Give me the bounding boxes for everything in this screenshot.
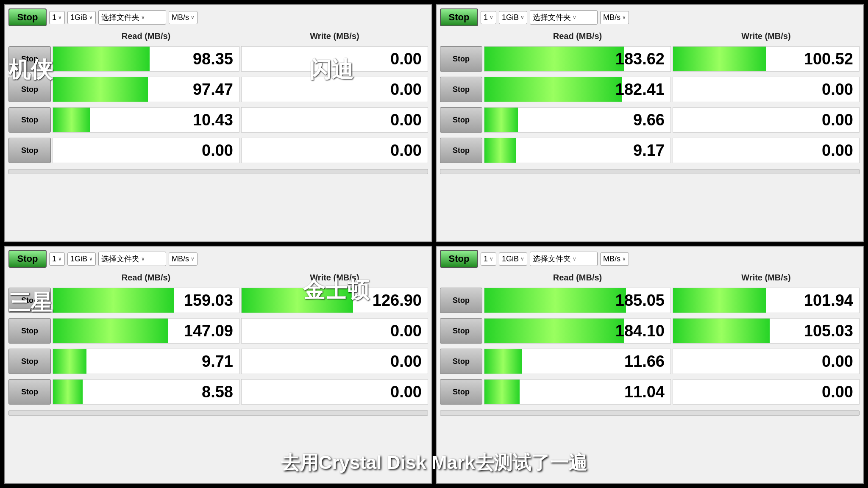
table-row: Stop97.470.00	[8, 75, 428, 104]
progress-bar	[8, 169, 428, 174]
table-row: Stop147.090.00	[8, 316, 428, 345]
table-row: Stop8.580.00	[8, 377, 428, 406]
stop-main-button[interactable]: Stop	[440, 8, 478, 26]
read-value-1: 147.09	[53, 318, 239, 344]
panel-toolbar: Stop11GiB选择文件夹MB/s	[440, 8, 860, 26]
stop-row-button-2[interactable]: Stop	[8, 107, 51, 133]
write-value-2: 0.00	[673, 349, 860, 374]
write-value-3: 0.00	[241, 379, 428, 405]
table-row: Stop184.10105.03	[440, 316, 860, 345]
table-row: Stop11.660.00	[440, 347, 860, 376]
read-value-0: 159.03	[53, 288, 239, 313]
read-value-0: 98.35	[53, 46, 239, 72]
stop-row-button-0[interactable]: Stop	[440, 46, 482, 72]
progress-bar	[440, 410, 860, 416]
panel-toolbar: Stop11GiB选择文件夹MB/s	[8, 250, 428, 268]
panel-panel-tr: Stop11GiB选择文件夹MB/sRead (MB/s)Write (MB/s…	[436, 4, 864, 242]
table-row: Stop11.040.00	[440, 377, 860, 406]
header-read: Read (MB/s)	[484, 273, 671, 283]
stop-row-button-1[interactable]: Stop	[440, 77, 482, 102]
stop-row-button-2[interactable]: Stop	[440, 107, 482, 133]
write-value-0: 126.90	[241, 288, 428, 313]
write-value-2: 0.00	[241, 349, 428, 374]
folder-select[interactable]: 选择文件夹	[530, 252, 598, 266]
read-value-3: 11.04	[484, 379, 671, 405]
write-value-3: 0.00	[673, 379, 860, 405]
header-read: Read (MB/s)	[53, 273, 239, 283]
table-row: Stop98.350.00	[8, 44, 428, 73]
header-write: Write (MB/s)	[241, 31, 428, 41]
stop-row-button-2[interactable]: Stop	[440, 349, 482, 374]
header-row: Read (MB/s)Write (MB/s)	[440, 30, 860, 43]
table-row: Stop183.62100.52	[440, 44, 860, 73]
write-value-0: 100.52	[673, 46, 860, 72]
header-empty	[440, 31, 482, 41]
header-write: Write (MB/s)	[673, 273, 860, 283]
size-select[interactable]: 1GiB	[499, 252, 527, 266]
table-row: Stop182.410.00	[440, 75, 860, 104]
stop-main-button[interactable]: Stop	[8, 8, 47, 26]
stop-row-button-0[interactable]: Stop	[8, 288, 51, 313]
write-value-2: 0.00	[241, 107, 428, 133]
table-row: Stop10.430.00	[8, 105, 428, 134]
header-row: Read (MB/s)Write (MB/s)	[440, 271, 860, 284]
header-empty	[8, 31, 51, 41]
write-value-1: 0.00	[673, 77, 860, 102]
folder-select[interactable]: 选择文件夹	[98, 252, 166, 266]
unit-select[interactable]: MB/s	[600, 11, 629, 24]
stop-main-button[interactable]: Stop	[440, 250, 478, 268]
write-value-0: 0.00	[241, 46, 428, 72]
size-select[interactable]: 1GiB	[499, 11, 527, 24]
header-row: Read (MB/s)Write (MB/s)	[8, 30, 428, 43]
write-value-2: 0.00	[673, 107, 860, 133]
unit-select[interactable]: MB/s	[600, 252, 629, 266]
size-select[interactable]: 1GiB	[67, 252, 96, 266]
count-select[interactable]: 1	[481, 252, 496, 266]
panel-panel-bl: Stop11GiB选择文件夹MB/sRead (MB/s)Write (MB/s…	[4, 246, 432, 484]
read-value-1: 184.10	[484, 318, 671, 344]
table-row: Stop9.710.00	[8, 347, 428, 376]
panel-panel-br: Stop11GiB选择文件夹MB/sRead (MB/s)Write (MB/s…	[436, 246, 864, 484]
stop-row-button-2[interactable]: Stop	[8, 349, 51, 374]
stop-row-button-1[interactable]: Stop	[440, 318, 482, 344]
write-value-1: 0.00	[241, 318, 428, 344]
count-select[interactable]: 1	[481, 11, 496, 24]
panels-container: Stop11GiB选择文件夹MB/sRead (MB/s)Write (MB/s…	[0, 0, 868, 488]
count-select[interactable]: 1	[49, 11, 65, 24]
panel-toolbar: Stop11GiB选择文件夹MB/s	[8, 8, 428, 26]
stop-row-button-1[interactable]: Stop	[8, 77, 51, 102]
folder-select[interactable]: 选择文件夹	[530, 10, 598, 25]
read-value-2: 9.66	[484, 107, 671, 133]
header-empty	[440, 273, 482, 283]
stop-row-button-3[interactable]: Stop	[8, 379, 51, 405]
header-write: Write (MB/s)	[673, 31, 860, 41]
stop-main-button[interactable]: Stop	[8, 250, 47, 268]
progress-bar	[8, 410, 428, 416]
table-row: Stop185.05101.94	[440, 286, 860, 315]
write-value-0: 101.94	[673, 288, 860, 313]
read-value-2: 9.71	[53, 349, 239, 374]
header-empty	[8, 273, 51, 283]
header-read: Read (MB/s)	[53, 31, 239, 41]
read-value-3: 0.00	[53, 138, 239, 163]
stop-row-button-3[interactable]: Stop	[8, 138, 51, 163]
count-select[interactable]: 1	[49, 252, 65, 266]
table-row: Stop9.660.00	[440, 105, 860, 134]
read-value-3: 8.58	[53, 379, 239, 405]
stop-row-button-3[interactable]: Stop	[440, 138, 482, 163]
folder-select[interactable]: 选择文件夹	[98, 10, 166, 25]
stop-row-button-0[interactable]: Stop	[440, 288, 482, 313]
read-value-2: 11.66	[484, 349, 671, 374]
stop-row-button-0[interactable]: Stop	[8, 46, 51, 72]
panel-toolbar: Stop11GiB选择文件夹MB/s	[440, 250, 860, 268]
read-value-0: 185.05	[484, 288, 671, 313]
write-value-1: 0.00	[241, 77, 428, 102]
stop-row-button-1[interactable]: Stop	[8, 318, 51, 344]
stop-row-button-3[interactable]: Stop	[440, 379, 482, 405]
header-row: Read (MB/s)Write (MB/s)	[8, 271, 428, 284]
unit-select[interactable]: MB/s	[169, 252, 198, 266]
write-value-3: 0.00	[673, 138, 860, 163]
table-row: Stop159.03126.90	[8, 286, 428, 315]
size-select[interactable]: 1GiB	[67, 11, 96, 24]
unit-select[interactable]: MB/s	[169, 11, 198, 24]
